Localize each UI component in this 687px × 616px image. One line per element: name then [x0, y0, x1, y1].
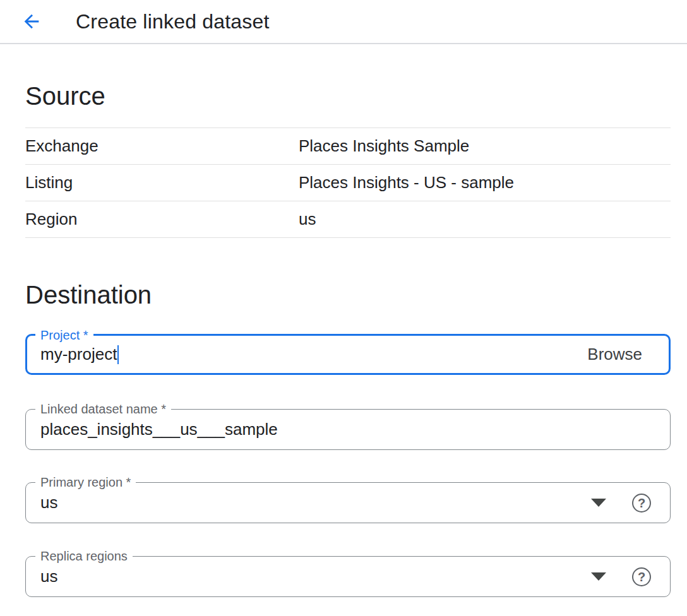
- linked-dataset-name-field[interactable]: Linked dataset name * places_insights___…: [25, 409, 671, 450]
- main-content: Source Exchange Places Insights Sample L…: [0, 82, 687, 597]
- region-label: Region: [25, 210, 299, 229]
- region-value: us: [299, 210, 671, 229]
- linked-dataset-name-input[interactable]: places_insights___us___sample: [40, 420, 278, 439]
- chevron-down-icon[interactable]: [591, 572, 606, 581]
- primary-region-controls: ?: [591, 494, 651, 512]
- page-header: Create linked dataset: [0, 0, 687, 44]
- browse-button[interactable]: Browse: [587, 345, 642, 364]
- destination-section-heading: Destination: [25, 281, 671, 309]
- primary-region-value[interactable]: us: [40, 493, 57, 512]
- project-input[interactable]: my-project: [40, 345, 117, 364]
- replica-regions-label: Replica regions: [35, 548, 133, 564]
- project-field-label: Project *: [35, 327, 93, 343]
- primary-region-label: Primary region *: [35, 474, 136, 490]
- text-cursor: [117, 345, 119, 364]
- exchange-value: Places Insights Sample: [299, 136, 671, 156]
- table-row-region: Region us: [25, 201, 671, 238]
- exchange-label: Exchange: [25, 136, 299, 156]
- linked-dataset-name-label: Linked dataset name *: [35, 401, 171, 417]
- back-button[interactable]: [20, 10, 43, 33]
- arrow-back-icon: [21, 11, 42, 32]
- listing-label: Listing: [25, 173, 299, 192]
- help-icon[interactable]: ?: [632, 567, 651, 586]
- replica-regions-controls: ?: [591, 567, 651, 586]
- source-section-heading: Source: [25, 82, 671, 110]
- chevron-down-icon[interactable]: [591, 499, 606, 507]
- listing-value: Places Insights - US - sample: [299, 173, 671, 192]
- table-row-exchange: Exchange Places Insights Sample: [25, 128, 671, 165]
- source-table: Exchange Places Insights Sample Listing …: [25, 127, 671, 238]
- project-field[interactable]: Project * my-project Browse: [25, 334, 671, 375]
- replica-regions-field[interactable]: Replica regions us ?: [25, 556, 671, 597]
- page-title: Create linked dataset: [76, 10, 270, 33]
- table-row-listing: Listing Places Insights - US - sample: [25, 165, 671, 201]
- primary-region-field[interactable]: Primary region * us ?: [25, 482, 671, 523]
- replica-regions-value[interactable]: us: [40, 567, 57, 586]
- help-icon[interactable]: ?: [632, 494, 651, 512]
